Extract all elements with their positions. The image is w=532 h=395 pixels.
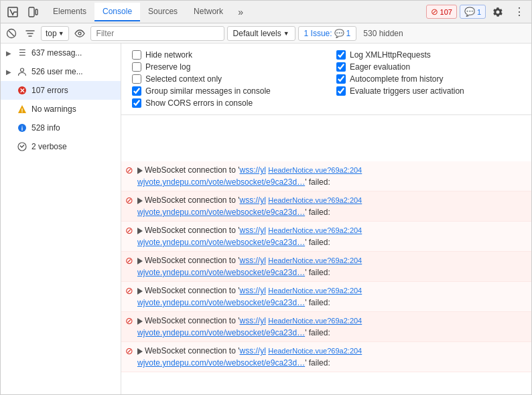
error-link-2[interactable]: wjvote.yndepu.com/vote/websocket/e9ca23d… — [137, 298, 305, 307]
expand-icon[interactable] — [137, 167, 143, 174]
tab-network[interactable]: Network — [186, 3, 231, 21]
error-row-text: WebSocket connection to 'wss://yl Header… — [137, 164, 527, 188]
log-xhr-input[interactable] — [336, 50, 346, 60]
info-count-badge[interactable]: 💬 1 — [460, 5, 486, 19]
sidebar-item-errors[interactable]: ▶ ✕ 107 errors — [1, 81, 121, 100]
evaluate-triggers-checkbox[interactable]: Evaluate triggers user activation — [336, 85, 521, 97]
error-link[interactable]: wss://yl — [240, 226, 266, 235]
svg-text:i: i — [21, 125, 23, 132]
error-link-2[interactable]: wjvote.yndepu.com/vote/websocket/e9ca23d… — [137, 268, 305, 277]
error-link-2[interactable]: wjvote.yndepu.com/vote/websocket/e9ca23d… — [137, 177, 305, 187]
verbose-icon — [17, 141, 27, 152]
preserve-log-input[interactable] — [132, 62, 141, 72]
expand-icon[interactable] — [137, 228, 143, 234]
error-row-icon: ⊘ — [125, 225, 133, 236]
error-file[interactable]: HeaderNotice.vue?69a2:204 — [268, 256, 362, 264]
default-levels-label: Default levels — [233, 29, 281, 38]
sidebar-item-user-messages[interactable]: ▶ 526 user me... — [1, 62, 121, 81]
sidebar-item-verbose[interactable]: ▶ 2 verbose — [1, 137, 121, 156]
issue-count: 1 — [346, 29, 351, 38]
error-link[interactable]: wss://yl — [240, 195, 266, 205]
error-file[interactable]: HeaderNotice.vue?69a2:204 — [268, 166, 362, 174]
table-row: ⊘ WebSocket connection to 'wss://yl Head… — [121, 282, 531, 312]
error-link-2[interactable]: wjvote.yndepu.com/vote/websocket/e9ca23d… — [137, 358, 305, 368]
eye-btn[interactable] — [72, 25, 88, 42]
svg-text:!: ! — [21, 107, 23, 114]
autocomplete-label: Autocomplete from history — [350, 74, 443, 84]
top-selector[interactable]: top ▼ — [41, 26, 69, 41]
tab-console[interactable]: Console — [94, 3, 140, 21]
expand-icon[interactable] — [137, 318, 143, 325]
error-file[interactable]: HeaderNotice.vue?69a2:204 — [268, 287, 362, 295]
error-link[interactable]: wss://yl — [240, 256, 266, 265]
eager-eval-checkbox[interactable]: Eager evaluation — [336, 61, 521, 73]
error-file[interactable]: HeaderNotice.vue?69a2:204 — [268, 347, 362, 355]
tabs-list: Elements Console Sources Network » — [45, 3, 250, 21]
toolbar: top ▼ Default levels ▼ 1 Issue: 💬 1 530 … — [1, 23, 531, 44]
error-link-2[interactable]: wjvote.yndepu.com/vote/websocket/e9ca23d… — [137, 328, 305, 337]
preserve-log-checkbox[interactable]: Preserve log — [132, 61, 316, 73]
tab-bar-right: ⊘ 107 💬 1 ⋮ — [426, 3, 529, 21]
issue-badge[interactable]: 1 Issue: 💬 1 — [298, 26, 357, 41]
tab-sources[interactable]: Sources — [140, 3, 186, 21]
autocomplete-input[interactable] — [336, 74, 346, 84]
error-link[interactable]: wss://yl — [240, 165, 266, 175]
arrow-icon: ▶ — [6, 106, 13, 113]
filter-btn[interactable] — [22, 25, 38, 42]
hide-network-checkbox[interactable]: Hide network — [132, 49, 316, 61]
sidebar-item-warnings[interactable]: ▶ ! No warnings — [1, 100, 121, 118]
device-toolbar-btn[interactable] — [23, 3, 42, 21]
group-similar-label: Group similar messages in console — [145, 86, 271, 96]
arrow-icon: ▶ — [6, 143, 13, 151]
default-levels-arrow: ▼ — [283, 30, 289, 37]
hide-network-input[interactable] — [132, 50, 141, 60]
filter-input[interactable] — [90, 26, 224, 41]
inspect-element-btn[interactable] — [3, 3, 22, 21]
more-options-btn[interactable]: ⋮ — [510, 3, 529, 21]
eager-eval-label: Eager evaluation — [350, 62, 410, 72]
arrow-icon: ▶ — [6, 87, 13, 94]
svg-line-4 — [9, 31, 14, 36]
selected-context-checkbox[interactable]: Selected context only — [132, 73, 316, 85]
tab-elements[interactable]: Elements — [45, 3, 94, 21]
arrow-icon: ▶ — [6, 125, 13, 132]
error-count-badge[interactable]: ⊘ 107 — [426, 5, 457, 19]
show-cors-input[interactable] — [132, 98, 141, 108]
expand-icon[interactable] — [137, 258, 143, 264]
error-row-icon: ⊘ — [125, 165, 133, 175]
error-link-2[interactable]: wjvote.yndepu.com/vote/websocket/e9ca23d… — [137, 238, 305, 247]
evaluate-triggers-input[interactable] — [336, 86, 346, 96]
error-link-2[interactable]: wjvote.yndepu.com/vote/websocket/e9ca23d… — [137, 208, 305, 217]
error-file[interactable]: HeaderNotice.vue?69a2:204 — [268, 317, 362, 325]
show-cors-checkbox[interactable]: Show CORS errors in console — [132, 97, 316, 109]
sidebar-item-all-messages[interactable]: ▶ ☰ 637 messag... — [1, 44, 121, 62]
error-file[interactable]: HeaderNotice.vue?69a2:204 — [268, 226, 362, 234]
default-levels-btn[interactable]: Default levels ▼ — [227, 26, 295, 41]
error-row-icon: ⊘ — [125, 285, 133, 296]
settings-btn[interactable] — [488, 3, 507, 21]
expand-icon[interactable] — [137, 198, 143, 204]
settings-right-column: Log XMLHttpRequests Eager evaluation Aut… — [336, 49, 521, 109]
devtools-window: Elements Console Sources Network » ⊘ 107… — [0, 0, 532, 395]
log-xhr-checkbox[interactable]: Log XMLHttpRequests — [336, 49, 521, 61]
error-link[interactable]: wss://yl — [240, 286, 266, 295]
error-link[interactable]: wss://yl — [240, 316, 266, 325]
error-row-icon: ⊘ — [125, 315, 133, 326]
settings-overlay: Hide network Preserve log Selected conte… — [121, 44, 531, 115]
error-list: ⊘ WebSocket connection to 'wss://yl Head… — [121, 161, 531, 372]
sidebar-item-label: 637 messag... — [31, 48, 82, 58]
group-similar-checkbox[interactable]: Group similar messages in console — [132, 85, 316, 97]
clear-console-btn[interactable] — [3, 25, 19, 42]
error-link[interactable]: wss://yl — [240, 346, 266, 356]
group-similar-input[interactable] — [132, 86, 141, 96]
hide-network-label: Hide network — [145, 50, 192, 60]
expand-icon[interactable] — [137, 348, 143, 355]
expand-icon[interactable] — [137, 288, 143, 295]
error-file[interactable]: HeaderNotice.vue?69a2:204 — [268, 196, 362, 204]
more-tabs-btn[interactable]: » — [231, 3, 250, 21]
eager-eval-input[interactable] — [336, 62, 346, 72]
sidebar-item-info[interactable]: ▶ i 528 info — [1, 118, 121, 137]
autocomplete-checkbox[interactable]: Autocomplete from history — [336, 73, 521, 85]
error-row-text: WebSocket connection to 'wss://yl Header… — [137, 254, 527, 279]
selected-context-input[interactable] — [132, 74, 141, 84]
